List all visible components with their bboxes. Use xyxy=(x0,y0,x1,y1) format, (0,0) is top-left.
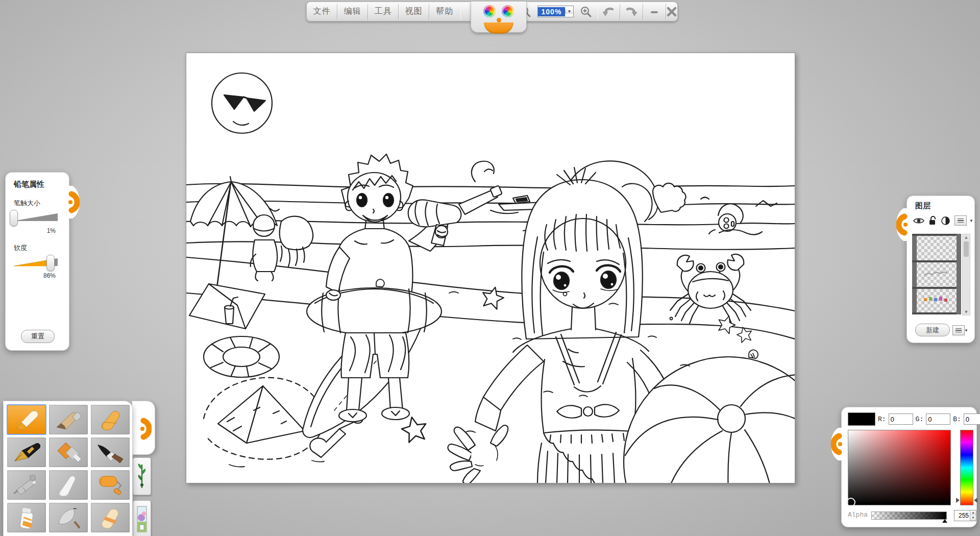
ink-jar-tool-icon xyxy=(11,506,42,529)
scroll-down-icon[interactable]: ▼ xyxy=(964,309,969,315)
logo-nose-icon xyxy=(497,18,501,22)
panel-grab-handle[interactable] xyxy=(67,186,80,218)
alpha-spin-up-icon[interactable]: ▲ xyxy=(970,510,976,516)
palette-knife-tool-icon xyxy=(53,506,84,529)
picture-stamp-icon xyxy=(136,504,148,534)
green-label: G: xyxy=(916,416,924,423)
zoom-level-value[interactable]: 100% xyxy=(538,7,566,16)
layer-blend-menu-button[interactable] xyxy=(954,215,967,226)
logo-right-eye-icon xyxy=(502,5,514,17)
tool-ink-jar[interactable] xyxy=(7,503,46,532)
color-picker-panel: R: G: B: Alpha ▲ ▼ xyxy=(841,407,977,527)
fountain-pen-tool-icon xyxy=(11,441,42,464)
layer-unlock-padlock-icon[interactable] xyxy=(929,216,937,225)
blue-label: B: xyxy=(953,416,961,423)
plant-stamp-button[interactable] xyxy=(133,457,151,495)
blue-input[interactable] xyxy=(964,413,980,425)
current-color-swatch xyxy=(848,412,875,426)
logo-left-eye-icon xyxy=(483,5,496,17)
zoom-in-button[interactable] xyxy=(575,2,597,21)
logo-smile-icon xyxy=(484,22,513,34)
alpha-value-input[interactable] xyxy=(954,510,970,521)
tool-paint-knife[interactable] xyxy=(49,470,88,500)
softness-slider[interactable] xyxy=(10,255,61,270)
redo-arrow-icon xyxy=(625,6,638,18)
close-button[interactable] xyxy=(666,2,677,21)
layers-grab-handle[interactable] xyxy=(896,208,909,241)
magnifier-plus-icon xyxy=(580,6,592,18)
brush-size-track[interactable] xyxy=(13,212,58,223)
layers-options-caret-icon[interactable]: ▼ xyxy=(964,328,968,333)
layer-list xyxy=(912,234,961,314)
tool-paint-roller[interactable] xyxy=(91,470,130,500)
airbrush-tool-icon xyxy=(11,473,42,497)
layers-panel: 图层 ▼ xyxy=(906,196,975,343)
brush-size-value: 1% xyxy=(6,227,56,234)
alpha-spinner: ▲ ▼ xyxy=(954,510,976,521)
drawing-canvas[interactable] xyxy=(186,53,795,483)
softness-handle[interactable] xyxy=(46,255,55,271)
menu-edit[interactable]: 编辑 xyxy=(337,2,368,21)
tool-pencil[interactable] xyxy=(7,405,46,434)
new-layer-button[interactable]: 新建 xyxy=(915,324,950,336)
pencil-tool-icon xyxy=(11,408,42,431)
sketch-pencil-tool-icon xyxy=(53,408,84,431)
tool-flat-brush[interactable] xyxy=(49,437,88,467)
pencil-properties-panel: 铅笔属性 笔触大小 1% 软度 86% 重置 xyxy=(5,172,69,351)
brush-size-slider[interactable] xyxy=(10,210,61,225)
tool-airbrush[interactable] xyxy=(7,470,46,500)
plant-stamp-icon xyxy=(136,461,148,491)
hue-marker-right-icon[interactable] xyxy=(974,498,977,503)
tool-eraser[interactable] xyxy=(91,503,130,532)
tool-palette-panel xyxy=(3,401,133,536)
zoom-level-combo[interactable]: 100% ▼ xyxy=(536,2,574,21)
reset-button[interactable]: 重置 xyxy=(21,330,55,343)
alpha-label: Alpha xyxy=(848,511,868,519)
alpha-slider[interactable] xyxy=(871,511,947,520)
tool-crayon[interactable] xyxy=(91,405,130,434)
menu-help[interactable]: 帮助 xyxy=(429,2,459,21)
palette-grab-handle[interactable] xyxy=(139,412,152,445)
layers-options-menu-button[interactable] xyxy=(952,325,965,335)
close-icon xyxy=(666,6,677,17)
tool-palette-tab xyxy=(132,401,155,455)
saturation-value-square[interactable] xyxy=(848,430,951,505)
pencil-panel-title: 铅笔属性 xyxy=(14,180,69,189)
layer-item-3[interactable] xyxy=(917,289,957,313)
layer-item-1[interactable] xyxy=(917,236,957,260)
tool-palette-knife[interactable] xyxy=(49,503,88,532)
menu-view[interactable]: 视图 xyxy=(399,2,429,21)
alpha-marker-icon[interactable] xyxy=(942,519,947,523)
layer-opacity-icon[interactable] xyxy=(941,216,950,225)
flat-brush-tool-icon xyxy=(53,441,84,464)
scroll-thumb[interactable] xyxy=(964,241,969,257)
minimize-icon xyxy=(649,7,659,17)
picture-stamp-button[interactable] xyxy=(133,500,151,536)
undo-button[interactable] xyxy=(597,2,620,21)
tool-ink-brush[interactable] xyxy=(91,437,130,467)
menu-tools[interactable]: 工具 xyxy=(368,2,398,21)
sv-selection-marker[interactable] xyxy=(846,498,855,507)
tool-sketch-pencil[interactable] xyxy=(49,405,88,434)
zoom-dropdown-caret[interactable]: ▼ xyxy=(565,9,573,14)
layer-menu-caret-icon[interactable]: ▼ xyxy=(969,218,973,223)
layer-visibility-eye-icon[interactable] xyxy=(913,217,924,225)
minimize-button[interactable] xyxy=(643,2,666,21)
hue-marker-left-icon[interactable] xyxy=(956,498,960,503)
layer3-color-preview xyxy=(917,289,957,313)
scroll-up-icon[interactable]: ▲ xyxy=(964,234,969,240)
layer-item-2[interactable] xyxy=(917,262,957,287)
green-input[interactable] xyxy=(926,413,950,425)
alpha-spin-down-icon[interactable]: ▼ xyxy=(970,516,976,521)
layer-scrollbar[interactable]: ▲ ▼ xyxy=(962,234,970,315)
tool-fountain-pen[interactable] xyxy=(7,437,46,467)
eraser-tool-icon xyxy=(94,506,126,529)
color-grab-handle[interactable] xyxy=(831,428,843,460)
hue-bar[interactable] xyxy=(960,430,973,505)
brush-size-handle[interactable] xyxy=(10,210,18,226)
red-input[interactable] xyxy=(889,413,913,425)
ink-brush-tool-icon xyxy=(94,441,126,464)
redo-button[interactable] xyxy=(620,2,643,21)
red-label: R: xyxy=(878,416,886,423)
menu-file[interactable]: 文件 xyxy=(307,2,337,21)
